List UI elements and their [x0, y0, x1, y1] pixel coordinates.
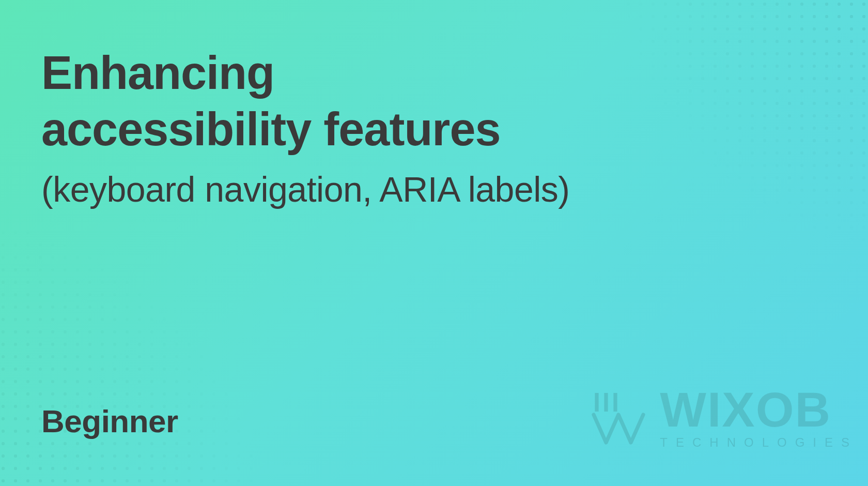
title-line-1: Enhancing — [41, 47, 827, 100]
difficulty-level: Beginner — [41, 403, 827, 439]
slide-content: Enhancing accessibility features (keyboa… — [0, 0, 868, 486]
title-line-2: accessibility features — [41, 103, 827, 157]
subtitle: (keyboard navigation, ARIA labels) — [41, 169, 827, 209]
